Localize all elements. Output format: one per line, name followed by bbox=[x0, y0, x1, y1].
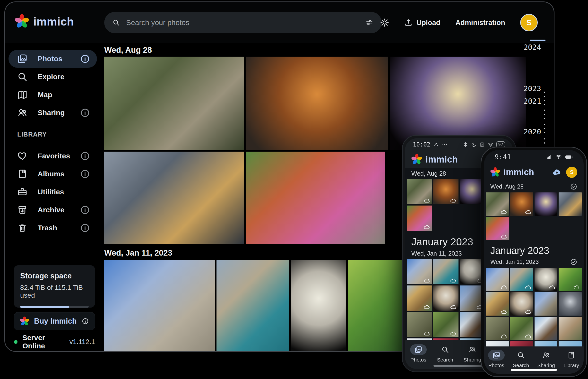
photo-thumbnail-marble[interactable] bbox=[510, 292, 533, 316]
photo-thumbnail-tower[interactable] bbox=[559, 292, 582, 316]
scrubber-month-dot bbox=[544, 128, 545, 129]
photo-thumbnail-hands[interactable] bbox=[559, 192, 582, 216]
battery-icon bbox=[565, 153, 573, 161]
sidebar-item-explore[interactable]: Explore bbox=[9, 68, 97, 86]
photo-thumbnail-lizard1[interactable] bbox=[486, 317, 509, 340]
photo-thumbnail-beach[interactable] bbox=[486, 292, 509, 316]
more-notifications-icon bbox=[442, 142, 447, 147]
nav-item-sharing[interactable]: Sharing bbox=[537, 350, 555, 368]
top-navigation-bar: immich Search your photos Upload Adminis… bbox=[5, 2, 554, 43]
photo-thumbnail-dinner[interactable] bbox=[510, 192, 533, 216]
photo-thumbnail-bust[interactable] bbox=[291, 260, 346, 352]
user-avatar[interactable]: S bbox=[566, 167, 577, 178]
photo-thumbnail-castle[interactable] bbox=[104, 260, 215, 352]
theme-toggle-sun-icon[interactable] bbox=[380, 18, 389, 27]
cloud-backup-icon bbox=[549, 285, 556, 290]
scrubber-year-2020[interactable]: 2020 bbox=[524, 127, 541, 136]
photo-thumbnail-monkeys[interactable] bbox=[407, 179, 432, 204]
select-all-check-icon[interactable] bbox=[570, 258, 577, 266]
photo-thumbnail-castle[interactable] bbox=[486, 268, 509, 291]
info-icon[interactable] bbox=[80, 151, 90, 161]
backup-cloud-icon[interactable] bbox=[552, 167, 562, 177]
scrubber-month-dot bbox=[544, 138, 545, 140]
info-icon[interactable] bbox=[80, 169, 90, 179]
storage-title: Storage space bbox=[20, 272, 89, 280]
nav-item-search[interactable]: Search bbox=[437, 344, 453, 363]
nav-item-label: Photos bbox=[488, 363, 504, 368]
photo-thumbnail-dinner[interactable] bbox=[246, 57, 388, 150]
sidebar-item-map[interactable]: Map bbox=[9, 86, 97, 104]
cloud-backup-icon bbox=[525, 334, 532, 339]
scrubber-year-2023[interactable]: 2023 bbox=[524, 84, 541, 93]
info-icon[interactable] bbox=[80, 205, 90, 215]
sidebar-item-label: Utilities bbox=[38, 188, 90, 196]
sidebar-item-trash[interactable]: Trash bbox=[9, 219, 97, 237]
photo-thumbnail-lizard1[interactable] bbox=[407, 312, 432, 337]
album-icon bbox=[17, 169, 28, 179]
photo-thumbnail-beach[interactable] bbox=[407, 285, 432, 311]
cloud-backup-icon bbox=[501, 234, 507, 239]
user-avatar[interactable]: S bbox=[520, 14, 538, 31]
home-indicator[interactable] bbox=[433, 365, 484, 367]
photo-thumbnail-hands[interactable] bbox=[104, 152, 244, 244]
sidebar-item-albums[interactable]: Albums bbox=[9, 165, 97, 183]
photo-thumbnail-lizard2[interactable] bbox=[433, 312, 458, 337]
sidebar-item-sharing[interactable]: Sharing bbox=[9, 104, 97, 122]
photo-thumbnail-marble[interactable] bbox=[433, 285, 458, 311]
immich-logo[interactable]: immich bbox=[15, 14, 74, 29]
photo-thumbnail-autumn[interactable] bbox=[246, 152, 385, 244]
photo-thumbnail-fireworks[interactable] bbox=[535, 192, 558, 216]
info-icon[interactable] bbox=[80, 223, 90, 233]
phone2-date-heading: Wed, Jan 11, 2023 bbox=[484, 256, 584, 268]
scrubber-year-2021[interactable]: 2021 bbox=[524, 97, 541, 105]
nav-item-library[interactable]: Library bbox=[563, 350, 579, 368]
phone2-screen: 9:41 immich S Wed, Aug 28 Janu bbox=[484, 150, 584, 374]
photo-thumbnail-coastal[interactable] bbox=[217, 260, 289, 352]
sidebar-item-favorites[interactable]: Favorites bbox=[9, 147, 97, 165]
photo-thumbnail-berries[interactable] bbox=[559, 268, 582, 291]
photo-thumbnail-lizard2[interactable] bbox=[510, 317, 533, 340]
buy-immich-button[interactable]: Buy Immich bbox=[14, 312, 95, 330]
cloud-backup-icon bbox=[424, 198, 430, 203]
photo-thumbnail-winter[interactable] bbox=[535, 317, 558, 340]
wifi-icon bbox=[488, 142, 493, 147]
photo-thumbnail-farm[interactable] bbox=[559, 317, 582, 340]
photo-thumbnail-autumn[interactable] bbox=[486, 217, 509, 240]
info-icon[interactable] bbox=[82, 317, 89, 325]
photo-thumbnail-dinner[interactable] bbox=[433, 179, 458, 204]
upload-button[interactable]: Upload bbox=[404, 18, 440, 27]
search-icon bbox=[513, 350, 529, 361]
nav-item-label: Sharing bbox=[464, 357, 481, 363]
administration-link[interactable]: Administration bbox=[455, 19, 505, 27]
nav-item-photos[interactable]: Photos bbox=[488, 350, 505, 368]
server-version: v1.112.1 bbox=[69, 338, 95, 346]
photo-thumbnail-bust[interactable] bbox=[535, 268, 558, 291]
photo-thumbnail-coastal[interactable] bbox=[510, 268, 533, 291]
photo-thumbnail-castle[interactable] bbox=[407, 259, 432, 284]
info-icon[interactable] bbox=[80, 54, 90, 64]
photo-thumbnail-coastal[interactable] bbox=[433, 259, 458, 284]
bluetooth-icon bbox=[463, 142, 468, 147]
select-all-check-icon[interactable] bbox=[570, 183, 577, 190]
sidebar-item-photos[interactable]: Photos bbox=[9, 50, 97, 68]
photo-thumbnail-monkeys[interactable] bbox=[104, 57, 244, 150]
sidebar-nav-list: PhotosExploreMapSharingLIBRARYFavoritesA… bbox=[9, 50, 97, 237]
cloud-backup-icon bbox=[501, 285, 507, 290]
cloud-backup-icon bbox=[525, 285, 532, 290]
storage-space-card: Storage space 82.4 TiB of 115.1 TiB used bbox=[14, 265, 95, 308]
home-indicator[interactable] bbox=[511, 369, 557, 371]
scrubber-year-2024[interactable]: 2024 bbox=[524, 43, 541, 51]
info-icon[interactable] bbox=[80, 108, 90, 118]
immich-logo: immich bbox=[490, 167, 534, 177]
sidebar-item-utilities[interactable]: Utilities bbox=[9, 183, 97, 201]
photo-thumbnail-berries[interactable] bbox=[348, 260, 404, 352]
search-bar[interactable]: Search your photos bbox=[104, 12, 382, 33]
nav-item-photos[interactable]: Photos bbox=[410, 344, 427, 363]
nav-item-sharing[interactable]: Sharing bbox=[464, 344, 481, 363]
photo-thumbnail-ruins[interactable] bbox=[535, 292, 558, 316]
photo-thumbnail-autumn[interactable] bbox=[407, 205, 432, 231]
sidebar-item-archive[interactable]: Archive bbox=[9, 201, 97, 219]
nav-item-search[interactable]: Search bbox=[513, 350, 529, 368]
search-filter-icon[interactable] bbox=[365, 18, 373, 27]
photo-thumbnail-monkeys[interactable] bbox=[486, 192, 509, 216]
